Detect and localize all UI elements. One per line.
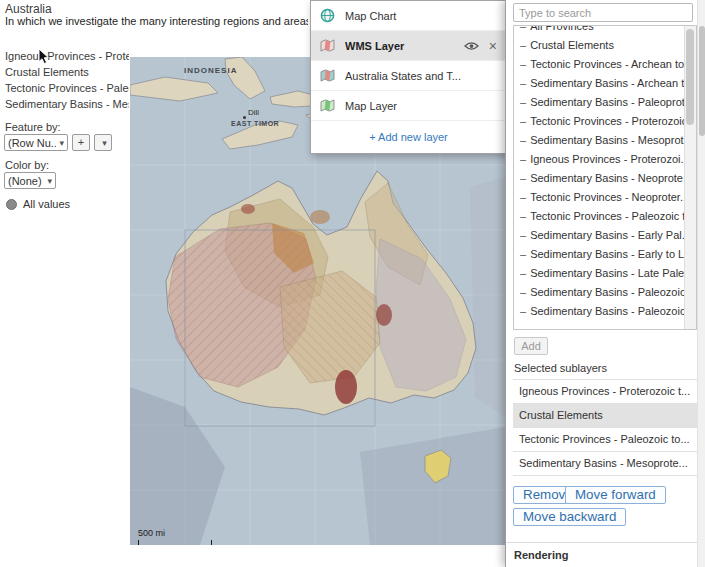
all-values-row[interactable]: All values: [6, 198, 70, 210]
available-sublayer-item[interactable]: –Sedimentary Basins - Archean t...: [514, 74, 685, 93]
tree-dash: –: [520, 248, 526, 260]
available-sublayer-item[interactable]: –Sedimentary Basins - Early to L...: [514, 245, 685, 264]
list-item-label: Sedimentary Basins - Neoprote...: [530, 172, 685, 184]
available-sublayers-items: –All Provinces –Crustal Elements –Tecton…: [514, 25, 685, 321]
australia-states-layer-icon: [320, 68, 336, 83]
legend: Igneous Provinces - Proter Crustal Eleme…: [5, 50, 129, 114]
all-values-label: All values: [23, 198, 70, 210]
tree-dash: –: [520, 286, 526, 298]
map-label-dili: Dili: [248, 108, 259, 117]
available-sublayer-item[interactable]: –Crustal Elements: [514, 36, 685, 55]
search-input[interactable]: [513, 3, 693, 22]
legend-item[interactable]: Crustal Elements: [5, 66, 129, 82]
tree-dash: –: [520, 229, 526, 241]
available-sublayer-item[interactable]: –Igneous Provinces - Proterozoi...: [514, 150, 685, 169]
available-sublayer-item[interactable]: –Sedimentary Basins - Neoprote...: [514, 169, 685, 188]
sublayers-panel: –All Provinces –Crustal Elements –Tecton…: [505, 0, 705, 567]
layer-row-map-layer[interactable]: Map Layer: [311, 91, 506, 121]
available-sublayer-item[interactable]: –Sedimentary Basins - Mesoprot...: [514, 131, 685, 150]
chevron-down-icon: ▾: [47, 176, 52, 186]
tree-dash: –: [520, 267, 526, 279]
selected-sublayers-header: Selected sublayers: [514, 362, 607, 374]
tree-dash: –: [520, 115, 526, 127]
feature-by-value: (Row Nu...: [8, 137, 56, 149]
tree-dash: –: [520, 191, 526, 203]
list-item-label: Sedimentary Basins - Paleozoic...: [530, 286, 685, 298]
list-item-label: Tectonic Provinces - Proterozoic: [530, 115, 685, 127]
layer-label: WMS Layer: [345, 40, 455, 52]
legend-item[interactable]: Tectonic Provinces - Paleoz: [5, 82, 129, 98]
panel-scrollbar-thumb[interactable]: [699, 26, 705, 136]
tree-dash: –: [520, 96, 526, 108]
visualization-description: In which we investigate the many interes…: [5, 15, 308, 27]
layer-label: Map Chart: [345, 10, 497, 22]
all-values-marker: [6, 199, 17, 210]
feature-by-dropdown[interactable]: (Row Nu... ▾: [4, 134, 68, 151]
list-scrollbar-thumb[interactable]: [686, 29, 694, 125]
available-sublayer-item[interactable]: –Sedimentary Basins - Paleoprot...: [514, 93, 685, 112]
legend-item[interactable]: Sedimentary Basins - Meso: [5, 98, 129, 114]
layer-label: Map Layer: [345, 100, 497, 112]
legend-item[interactable]: Igneous Provinces - Proter: [5, 50, 129, 66]
layer-row-wms-layer[interactable]: WMS Layer ×: [311, 31, 506, 61]
selected-sublayers-list: Igneous Provinces - Proterozoic t... Cru…: [513, 379, 697, 476]
list-item-label: Tectonic Provinces - Archean to...: [530, 58, 685, 70]
color-by-controls: (None) ▾: [4, 172, 56, 189]
move-backward-button[interactable]: Move backward: [513, 508, 626, 526]
add-sublayer-button[interactable]: Add: [514, 337, 548, 355]
layer-row-australia-states[interactable]: Australia States and T...: [311, 61, 506, 91]
mouse-cursor: [38, 48, 50, 65]
tree-dash: –: [520, 210, 526, 222]
map-chart-icon: [320, 8, 336, 23]
eye-icon[interactable]: [464, 38, 480, 53]
panel-scrollbar[interactable]: [697, 0, 705, 567]
selected-sublayer-item[interactable]: Igneous Provinces - Proterozoic t...: [513, 380, 697, 404]
selected-sublayer-item[interactable]: Sedimentary Basins - Mesoprote...: [513, 452, 697, 476]
list-item-label: Sedimentary Basins - Early to L...: [530, 248, 685, 260]
layer-row-map-chart[interactable]: Map Chart: [311, 1, 506, 31]
list-item-label: All Provinces: [530, 25, 594, 32]
available-sublayer-item[interactable]: –Sedimentary Basins - Paleozoic...: [514, 283, 685, 302]
color-by-value: (None): [8, 175, 44, 187]
add-new-layer-link[interactable]: + Add new layer: [311, 121, 506, 153]
list-item-label: Sedimentary Basins - Mesoprot...: [530, 134, 685, 146]
page-title: Australia: [5, 2, 52, 16]
selected-sublayer-item[interactable]: Crustal Elements: [513, 404, 697, 428]
list-item-label: Igneous Provinces - Proterozoi...: [530, 153, 685, 165]
map-label-east-timor: EAST TIMOR: [231, 120, 279, 127]
tree-dash: –: [520, 172, 526, 184]
available-sublayer-item[interactable]: –Tectonic Provinces - Archean to...: [514, 55, 685, 74]
tree-dash: –: [520, 153, 526, 165]
wms-layer-icon: [320, 38, 336, 53]
chevron-down-icon: ▾: [102, 138, 107, 148]
selected-sublayer-item[interactable]: Tectonic Provinces - Paleozoic to...: [513, 428, 697, 452]
available-sublayer-item[interactable]: –Sedimentary Basins - Paleozoic...: [514, 302, 685, 321]
city-marker-dili: [243, 116, 246, 119]
close-icon[interactable]: ×: [489, 39, 497, 53]
available-sublayer-item[interactable]: –Tectonic Provinces - Neoproter...: [514, 188, 685, 207]
tree-dash: –: [520, 58, 526, 70]
map-label-indonesia: INDONESIA: [184, 66, 237, 75]
available-sublayer-item[interactable]: –Sedimentary Basins - Late Pale...: [514, 264, 685, 283]
map-scale-label: 500 mi: [138, 528, 165, 538]
list-item-label: Sedimentary Basins - Archean t...: [530, 77, 685, 89]
available-sublayer-item[interactable]: –All Provinces: [514, 25, 685, 36]
list-item-label: Sedimentary Basins - Paleozoic...: [530, 305, 685, 317]
move-forward-button[interactable]: Move forward: [565, 486, 666, 504]
feature-menu-button[interactable]: ▾: [94, 134, 112, 151]
list-item-label: Sedimentary Basins - Late Pale...: [530, 267, 685, 279]
list-item-label: Crustal Elements: [530, 39, 614, 51]
color-by-dropdown[interactable]: (None) ▾: [4, 172, 56, 189]
list-scrollbar[interactable]: [684, 26, 696, 329]
available-sublayers-list[interactable]: –All Provinces –Crustal Elements –Tecton…: [513, 25, 697, 330]
layers-popup: Map Chart WMS Layer ×: [310, 0, 507, 154]
rendering-header: Rendering: [514, 549, 568, 561]
available-sublayer-item[interactable]: –Sedimentary Basins - Early Pal...: [514, 226, 685, 245]
tree-dash: –: [520, 25, 526, 32]
list-item-label: Tectonic Provinces - Neoproter...: [530, 191, 685, 203]
map-layer-icon: [320, 98, 336, 113]
available-sublayer-item[interactable]: –Tectonic Provinces - Paleozoic t...: [514, 207, 685, 226]
feature-by-label: Feature by:: [5, 121, 61, 133]
add-column-button[interactable]: +: [72, 134, 90, 151]
available-sublayer-item[interactable]: –Tectonic Provinces - Proterozoic: [514, 112, 685, 131]
